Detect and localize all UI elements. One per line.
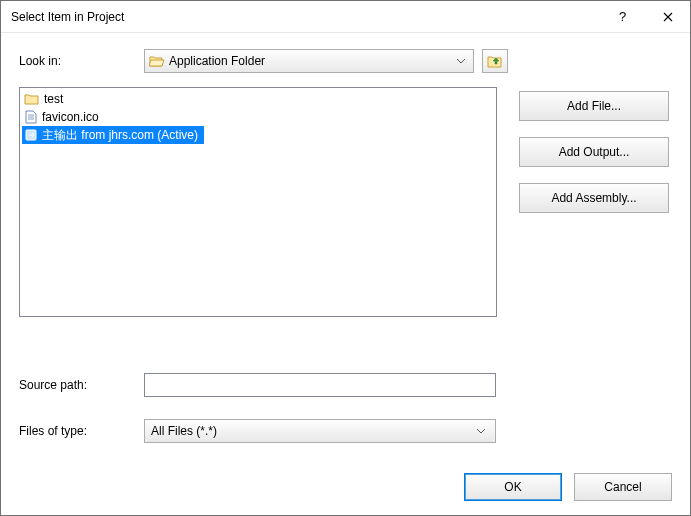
lookin-label: Look in: [19, 54, 144, 68]
folder-up-icon [487, 54, 503, 68]
cancel-button[interactable]: Cancel [574, 473, 672, 501]
folder-icon [24, 92, 40, 106]
files-of-type-label: Files of type: [19, 424, 144, 438]
lookin-value: Application Folder [165, 54, 453, 68]
folder-open-icon [149, 54, 165, 68]
chevron-down-icon [473, 429, 489, 434]
add-output-button[interactable]: Add Output... [519, 137, 669, 167]
list-item[interactable]: 主输出 from jhrs.com (Active) [22, 126, 204, 144]
file-list[interactable]: test favicon.ico 主输出 from j [19, 87, 497, 317]
close-icon [663, 12, 673, 22]
add-assembly-button[interactable]: Add Assembly... [519, 183, 669, 213]
output-icon [24, 128, 38, 142]
file-icon [24, 110, 38, 124]
files-of-type-combo[interactable]: All Files (*.*) [144, 419, 496, 443]
source-path-label: Source path: [19, 378, 144, 392]
dialog-window: Select Item in Project ? Look in: Applic… [0, 0, 691, 516]
lookin-combo[interactable]: Application Folder [144, 49, 474, 73]
add-file-button[interactable]: Add File... [519, 91, 669, 121]
dialog-title: Select Item in Project [11, 10, 124, 24]
files-of-type-value: All Files (*.*) [151, 424, 473, 438]
dialog-footer: OK Cancel [1, 459, 690, 515]
up-one-level-button[interactable] [482, 49, 508, 73]
chevron-down-icon [453, 59, 469, 64]
item-label: favicon.ico [42, 110, 99, 124]
titlebar: Select Item in Project ? [1, 1, 690, 33]
source-path-input[interactable] [144, 373, 496, 397]
list-item[interactable]: favicon.ico [22, 108, 494, 126]
help-button[interactable]: ? [600, 1, 645, 32]
ok-button[interactable]: OK [464, 473, 562, 501]
list-item[interactable]: test [22, 90, 494, 108]
item-label: 主输出 from jhrs.com (Active) [42, 127, 198, 144]
item-label: test [44, 92, 63, 106]
close-button[interactable] [645, 1, 690, 32]
